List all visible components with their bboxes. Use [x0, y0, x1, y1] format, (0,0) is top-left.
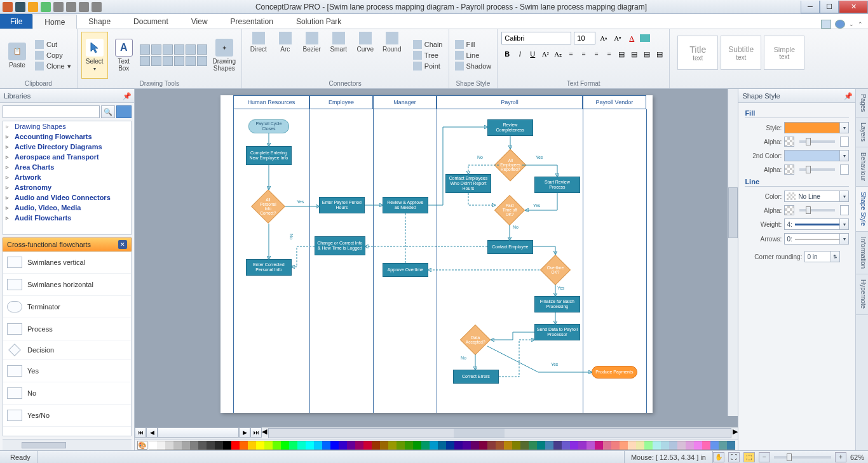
close-button[interactable]: ✕	[839, 1, 868, 13]
color-swatch[interactable]	[264, 441, 273, 450]
color-swatch[interactable]	[330, 441, 339, 450]
lane-hr[interactable]: Human Resources	[233, 95, 309, 109]
line-button[interactable]: Line	[453, 50, 494, 60]
node-enter-payroll[interactable]: Enter Payroll Period Hours	[319, 197, 365, 213]
color-swatch[interactable]	[496, 441, 504, 450]
app-icon[interactable]	[3, 2, 13, 12]
rtab-hypernote[interactable]: Hypernote	[856, 274, 868, 314]
color-swatch[interactable]	[306, 441, 314, 450]
node-all-emp-reported[interactable]: All Employees Reported?	[494, 149, 526, 182]
color-swatch[interactable]	[727, 441, 735, 450]
spline-tool-icon[interactable]	[186, 44, 196, 55]
connector-round[interactable]: Round	[379, 32, 405, 79]
page-tab[interactable]	[158, 427, 239, 438]
align-left-icon[interactable]: ≡	[565, 48, 576, 60]
color-swatch[interactable]	[545, 441, 553, 450]
node-approve-overtime[interactable]: Approve Overtime	[383, 263, 428, 277]
drawing-shapes-button[interactable]: ✦ Drawing Shapes	[211, 32, 238, 79]
color-swatch[interactable]	[710, 441, 719, 450]
view-mode-button[interactable]	[116, 105, 132, 118]
hand-tool-icon[interactable]: ✋	[713, 452, 724, 462]
line-tool-icon[interactable]	[163, 44, 173, 55]
color-swatch[interactable]	[661, 441, 669, 450]
lane-payroll[interactable]: Payroll	[437, 95, 583, 109]
qat-redo-icon[interactable]	[66, 2, 76, 12]
node-finalize-batch[interactable]: Finalize for Batch Processing	[534, 296, 580, 312]
select-tool[interactable]: Select▾	[81, 32, 108, 79]
tree-item[interactable]: Audit Flowcharts	[3, 213, 131, 223]
tab-presentation[interactable]: Presentation	[219, 14, 285, 29]
arc-tool-icon[interactable]	[174, 44, 184, 55]
color-swatch[interactable]	[388, 441, 397, 450]
color-swatch[interactable]	[504, 441, 512, 450]
cut-button[interactable]: Cut	[33, 39, 73, 50]
underline-icon[interactable]: U	[527, 48, 538, 60]
node-produce-payments[interactable]: Produce Payments	[592, 366, 637, 379]
canvas-viewport[interactable]: Human Resources Employee Manager Payroll…	[135, 89, 738, 427]
style-subtitle[interactable]: Subtitletext	[721, 36, 761, 70]
qat-new-icon[interactable]	[41, 2, 51, 12]
tree-item[interactable]: Astronomy	[3, 182, 131, 192]
color-swatch[interactable]	[463, 441, 471, 450]
color-picker-icon[interactable]: 🎨	[137, 441, 147, 450]
color-swatch[interactable]	[587, 441, 595, 450]
color-swatch[interactable]	[644, 441, 653, 450]
node-overtime-ok[interactable]: Overtime OK?	[540, 255, 571, 285]
clone-button[interactable]: Clone ▾	[33, 61, 73, 71]
color-swatch[interactable]	[520, 441, 529, 450]
zoom-in-button[interactable]: +	[835, 452, 846, 462]
color-swatch[interactable]	[471, 441, 479, 450]
node-change-correct[interactable]: Change or Correct Info & How Time is Log…	[315, 236, 365, 255]
line-alpha-input[interactable]	[840, 205, 849, 215]
lane-manager[interactable]: Manager	[373, 95, 437, 109]
shape-process[interactable]: Process	[3, 318, 131, 340]
rtab-pages[interactable]: Pages	[856, 89, 868, 117]
node-payroll-cycle[interactable]: Payroll Cycle Closes	[248, 119, 289, 133]
node-complete-entering[interactable]: Complete Entering New Employee Info	[246, 146, 292, 165]
fill-style-select[interactable]: ▾	[784, 122, 849, 133]
fill-button[interactable]: Fill	[453, 39, 494, 50]
shape-swimlanes-h[interactable]: Swimlanes horizontal	[3, 274, 131, 296]
color-swatch[interactable]	[570, 441, 578, 450]
library-tree[interactable]: Drawing Shapes Accounting Flowcharts Act…	[3, 121, 132, 235]
edit-tool-icon[interactable]	[163, 56, 173, 66]
color-swatch[interactable]	[372, 441, 380, 450]
color-swatch[interactable]	[553, 441, 562, 450]
anchor-tool-icon[interactable]	[151, 56, 161, 66]
color-swatch[interactable]	[281, 441, 289, 450]
node-paid-time[interactable]: Paid Time off OK?	[494, 195, 525, 225]
shape-decision[interactable]: Decision	[3, 340, 131, 360]
node-correct-errors[interactable]: Correct Errors	[453, 370, 499, 384]
line-alpha-slider[interactable]	[799, 209, 835, 211]
color-swatch[interactable]	[273, 441, 281, 450]
tab-home[interactable]: Home	[32, 15, 77, 29]
lane-vendor[interactable]: Payroll Vendor	[583, 95, 646, 109]
color-swatch[interactable]	[454, 441, 463, 450]
page-next-button[interactable]: ▶	[239, 427, 250, 438]
font-size-select[interactable]	[574, 32, 595, 44]
italic-icon[interactable]: I	[514, 48, 526, 60]
color-swatch[interactable]	[363, 441, 372, 450]
color-swatch[interactable]	[603, 441, 611, 450]
minimize-button[interactable]: ─	[801, 1, 820, 13]
color-swatch[interactable]	[314, 441, 322, 450]
color-swatch[interactable]	[537, 441, 545, 450]
alpha2-input[interactable]	[840, 164, 849, 175]
tab-document[interactable]: Document	[122, 14, 180, 29]
tab-view[interactable]: View	[180, 14, 219, 29]
tree-item[interactable]: Accounting Flowcharts	[3, 131, 131, 142]
point-button[interactable]: Point	[411, 61, 445, 71]
connector-arc[interactable]: Arc	[273, 32, 298, 79]
color-swatch[interactable]	[231, 441, 240, 450]
align-center-icon[interactable]: ≡	[578, 48, 589, 60]
color-swatch[interactable]	[207, 441, 215, 450]
fill-alpha-slider[interactable]	[799, 140, 835, 143]
color2-alpha-slider[interactable]	[799, 168, 835, 171]
tree-item[interactable]: Drawing Shapes	[3, 121, 131, 131]
rtab-behaviour[interactable]: Behaviour	[856, 147, 868, 187]
increase-font-icon[interactable]: A▴	[598, 32, 609, 44]
hscroll-track[interactable]	[268, 428, 731, 438]
color-swatch[interactable]	[182, 441, 190, 450]
color-swatch[interactable]	[405, 441, 413, 450]
tree-item[interactable]: Artwork	[3, 172, 131, 182]
